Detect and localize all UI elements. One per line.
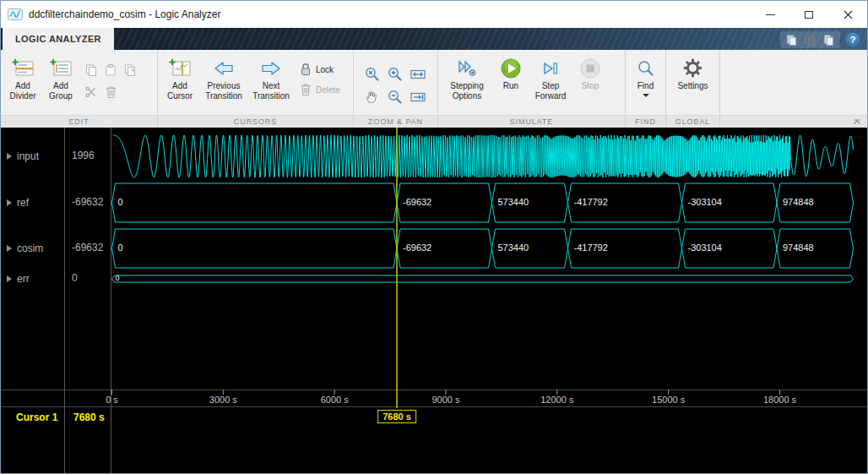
axis-tick-label: 3000 s bbox=[209, 395, 237, 405]
expand-arrow-icon[interactable] bbox=[7, 153, 12, 160]
expand-arrow-icon[interactable] bbox=[7, 245, 12, 252]
paste-icon bbox=[104, 63, 117, 77]
pages-icon-disabled bbox=[804, 34, 816, 46]
step-forward-icon bbox=[540, 57, 561, 79]
settings-label: Settings bbox=[677, 81, 708, 91]
add-cursor-icon bbox=[169, 57, 191, 79]
next-transition-button[interactable]: Next Transition bbox=[248, 52, 294, 101]
previous-transition-label: Previous Transition bbox=[199, 81, 248, 101]
signal-value-input: 1996 bbox=[72, 150, 95, 163]
bus-value-label: -69632 bbox=[403, 197, 431, 207]
add-group-icon bbox=[50, 57, 72, 79]
next-transition-icon bbox=[260, 57, 282, 79]
copy-icon bbox=[84, 63, 98, 77]
collapse-toolstrip-button[interactable] bbox=[852, 117, 862, 126]
step-forward-button[interactable]: Step Forward bbox=[529, 52, 572, 101]
pan-button[interactable] bbox=[361, 86, 383, 108]
section-label-simulate: SIMULATE bbox=[438, 115, 625, 128]
help-button[interactable]: ? bbox=[845, 32, 860, 47]
section-cursors: Add Cursor Previous Transition Next Tran… bbox=[158, 50, 354, 128]
section-label-cursors: CURSORS bbox=[158, 115, 353, 128]
bus-value-label: 0 bbox=[116, 274, 120, 282]
fit-to-view-icon bbox=[410, 66, 426, 83]
axis-tick-label: 0 s bbox=[106, 395, 118, 405]
app-icon bbox=[8, 8, 23, 20]
bus-value-label: -303104 bbox=[687, 242, 721, 253]
previous-transition-button[interactable]: Previous Transition bbox=[199, 52, 248, 101]
bus-value-label: 0 bbox=[118, 242, 123, 253]
section-label-zoom-pan: ZOOM & PAN bbox=[354, 115, 437, 128]
find-button[interactable]: Find bbox=[629, 52, 663, 97]
settings-gear-icon bbox=[683, 57, 703, 79]
cosim-bus-waveform bbox=[112, 229, 854, 268]
cursor-time-flag[interactable]: 7680 s bbox=[377, 410, 416, 423]
cursor-name-label[interactable]: Cursor 1 bbox=[16, 411, 57, 423]
signal-row-err[interactable]: err bbox=[7, 272, 30, 286]
paste-button bbox=[101, 59, 120, 80]
section-label-edit: EDIT bbox=[1, 115, 157, 128]
settings-button[interactable]: Settings bbox=[671, 52, 715, 91]
minimize-icon bbox=[766, 14, 775, 15]
stop-icon bbox=[579, 57, 601, 79]
svg-text:?: ? bbox=[849, 35, 855, 45]
delete-cursor-button: Delete bbox=[300, 83, 340, 96]
section-zoom-pan: ZOOM & PAN bbox=[354, 50, 438, 128]
run-button[interactable]: Run bbox=[493, 52, 529, 91]
cursor-time-value: 7680 s bbox=[73, 411, 105, 423]
zoom-in-x-icon bbox=[364, 66, 381, 83]
bus-value-label: 974848 bbox=[783, 242, 814, 253]
add-divider-button[interactable]: Add Divider bbox=[3, 52, 42, 101]
zoom-in-button[interactable] bbox=[384, 63, 406, 85]
toolstrip: Add Divider Add Group bbox=[1, 50, 867, 128]
trash-icon bbox=[105, 85, 117, 99]
add-group-label: Add Group bbox=[42, 81, 79, 101]
axis-tick-label: 15000 s bbox=[652, 395, 685, 405]
previous-transition-icon bbox=[213, 57, 235, 79]
stepping-options-button[interactable]: Stepping Options bbox=[441, 52, 493, 101]
titlebar: ddcfilterchaindemo_cosim - Logic Analyze… bbox=[1, 1, 867, 28]
zoom-to-cursor-button[interactable] bbox=[407, 86, 429, 108]
section-simulate: Stepping Options Run Step Forward bbox=[438, 50, 626, 128]
delete-cursor-label: Delete bbox=[316, 85, 340, 95]
add-cursor-button[interactable]: Add Cursor bbox=[160, 52, 199, 101]
section-find: Find FIND bbox=[626, 50, 666, 128]
signal-value-ref: -69632 bbox=[72, 196, 103, 210]
add-cursor-label: Add Cursor bbox=[160, 81, 199, 101]
zoom-in-x-button[interactable] bbox=[361, 63, 383, 85]
pan-hand-icon bbox=[364, 89, 381, 106]
waveform-canvas[interactable] bbox=[1, 128, 868, 474]
tab-logic-analyzer[interactable]: LOGIC ANALYZER bbox=[3, 28, 114, 50]
window-title: ddcfilterchaindemo_cosim - Logic Analyze… bbox=[29, 8, 220, 20]
lock-cursor-button[interactable]: Lock bbox=[300, 63, 340, 76]
cut-button bbox=[82, 81, 100, 102]
axis-tick-label: 6000 s bbox=[321, 395, 349, 405]
close-button[interactable] bbox=[828, 1, 867, 28]
pages-icon[interactable] bbox=[785, 34, 798, 46]
trash-icon bbox=[300, 83, 312, 96]
signal-row-ref[interactable]: ref bbox=[7, 196, 29, 210]
signal-row-cosim[interactable]: cosim bbox=[7, 242, 43, 255]
add-group-button[interactable]: Add Group bbox=[42, 52, 79, 101]
maximize-button[interactable] bbox=[789, 1, 828, 28]
layers-icon[interactable] bbox=[822, 34, 835, 46]
section-filler bbox=[720, 50, 867, 128]
logic-analyzer-window: ddcfilterchaindemo_cosim - Logic Analyze… bbox=[0, 0, 868, 474]
delete-button bbox=[101, 81, 120, 102]
bus-value-label: -417792 bbox=[573, 242, 607, 253]
duplicate-button bbox=[121, 59, 139, 80]
fit-to-view-button[interactable] bbox=[407, 63, 429, 85]
expand-arrow-icon[interactable] bbox=[7, 199, 12, 206]
quick-access-toolbar bbox=[780, 31, 840, 48]
zoom-out-button[interactable] bbox=[384, 86, 406, 108]
signal-value-cosim: -69632 bbox=[72, 242, 103, 255]
bus-value-label: 573440 bbox=[497, 242, 529, 253]
lock-cursor-label: Lock bbox=[316, 65, 334, 74]
signal-row-input[interactable]: input bbox=[7, 150, 39, 163]
collapse-toolstrip-icon bbox=[852, 117, 862, 126]
minimize-button[interactable] bbox=[751, 1, 789, 28]
zoom-in-icon bbox=[387, 66, 404, 83]
axis-tick-label: 18000 s bbox=[763, 395, 796, 405]
maximize-icon bbox=[805, 11, 813, 19]
expand-arrow-icon[interactable] bbox=[7, 275, 12, 282]
duplicate-icon bbox=[123, 63, 137, 77]
